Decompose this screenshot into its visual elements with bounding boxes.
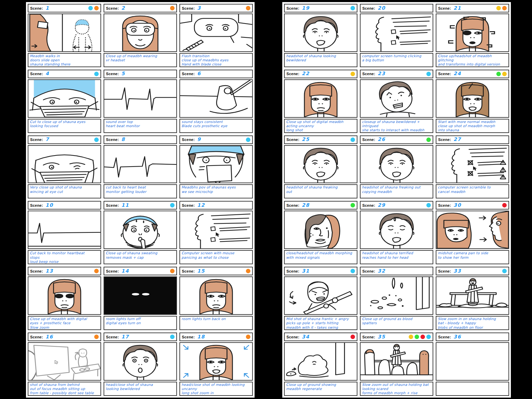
scene-drawing-ekg-2	[104, 145, 177, 184]
scene-number: 36	[453, 334, 461, 339]
orange-status-dot	[94, 269, 99, 273]
scene-header: Scene:12	[179, 201, 253, 210]
status-dots	[351, 335, 355, 339]
cyan-status-dot	[426, 72, 431, 76]
scene-caption: Meadbh walks in doors slide open shauna …	[28, 53, 101, 67]
scene-number: 13	[45, 268, 53, 274]
status-dots	[351, 138, 355, 142]
scene-drawing-meadbh-normal	[179, 276, 253, 315]
scene-label: Scene:	[30, 6, 43, 10]
scene-drawing-surgeon-pov	[179, 145, 253, 184]
scene-drawing-meadbh-brown	[436, 79, 509, 118]
scene-header: Scene:5	[104, 70, 177, 78]
scene-card: Scene:36	[436, 332, 509, 396]
scene-drawing-screen-choices	[360, 14, 433, 52]
scene-label: Scene:	[182, 203, 195, 207]
status-dots	[246, 335, 250, 339]
scene-caption: cut back to heart beat monitor getting l…	[104, 184, 177, 198]
scene-label: Scene:	[286, 72, 299, 76]
scene-caption: Close up shot of digital meadbh acting u…	[284, 119, 357, 133]
scene-caption: sound over top heart beat monitor	[104, 119, 177, 133]
scene-number: 2	[121, 5, 125, 11]
scene-card: Scene:9 Meadbhs pov of shaunas eyes we s…	[179, 135, 253, 199]
scene-header: Scene:18	[179, 332, 253, 341]
scene-card: Scene:25 headshot of shauna freaking out	[284, 135, 357, 199]
scene-drawing-shauna-swing	[284, 276, 357, 315]
scene-label: Scene:	[362, 269, 375, 273]
scene-card: Scene:26 headshot of shauna freaking out…	[360, 135, 433, 199]
storyboard-canvas: { "labels": { "scene_prefix": "Scene:" }…	[0, 0, 532, 399]
scene-drawing-shauna-intrigued	[360, 79, 433, 118]
scene-card: Scene:27 computer screen scramble to can…	[436, 135, 509, 199]
scene-header: Scene:27	[436, 135, 509, 144]
scene-number: 10	[45, 202, 53, 208]
status-dots	[351, 269, 355, 273]
scene-label: Scene:	[362, 203, 375, 207]
scene-card: Scene:10Cut back to monitor heartbeat st…	[28, 201, 101, 264]
scene-card: Scene:19 headshot of shauna looking bewi…	[284, 4, 357, 67]
status-dots	[170, 335, 175, 339]
scene-header: Scene:26	[360, 135, 433, 144]
scene-card: Scene:21 Close up/headshot of meadbh gli…	[436, 4, 509, 67]
scene-label: Scene:	[438, 203, 451, 207]
red-status-dot	[502, 203, 507, 207]
cyan-status-dot	[426, 335, 431, 339]
scene-number: 32	[378, 268, 385, 274]
scene-number: 31	[302, 268, 309, 274]
scene-caption: Slow zoom in on shauna holding bat - blo…	[436, 316, 509, 330]
scene-drawing-headset-blade	[179, 14, 253, 52]
scene-header: Scene:2	[104, 4, 177, 12]
orange-status-dot	[170, 6, 175, 10]
scene-caption: computer screen scramble to cancel meadb…	[436, 184, 509, 198]
scene-drawing-eye-cut	[179, 79, 253, 118]
scene-card: Scene:13 Close up of meadbh with digital…	[28, 267, 101, 330]
scene-header: Scene:8	[104, 135, 177, 144]
scene-drawing-shauna-frown	[284, 14, 357, 52]
scene-drawing-surgeon-focused	[28, 79, 101, 118]
scene-number: 19	[302, 5, 309, 11]
scene-number: 7	[45, 136, 49, 142]
scene-caption: Meadbhs pov of shaunas eyes we see micro…	[179, 184, 253, 198]
scene-card: Scene:29 headshot of shauna terrified re…	[360, 201, 433, 264]
scene-drawing-room-table	[28, 342, 101, 381]
scene-header: Scene:25	[284, 135, 357, 144]
scene-header: Scene:4	[28, 70, 101, 78]
scene-number: 11	[121, 202, 129, 208]
scene-caption: Very close up shot of shauna wincing at …	[28, 184, 101, 198]
scene-card: Scene:17 head/close shot of shauna looki…	[104, 332, 177, 396]
scene-number: 14	[121, 268, 129, 274]
scene-number: 17	[121, 334, 129, 339]
scene-caption: midshot camera pan to side to show her f…	[436, 250, 509, 264]
scene-caption: Computer screen with mouse panicing as w…	[179, 250, 253, 264]
scene-card: Scene:31 Mid shot of shauna frantic + an…	[284, 267, 357, 330]
scene-label: Scene:	[106, 335, 119, 339]
scene-drawing-meadbh-normal	[284, 79, 357, 118]
scene-label: Scene:	[438, 72, 451, 76]
scene-card: Scene:30 midshot camera pan to side to s…	[436, 201, 509, 264]
scene-label: Scene:	[30, 203, 43, 207]
scene-number: 12	[197, 202, 205, 208]
scene-label: Scene:	[106, 269, 119, 273]
scene-caption: Mid shot of shauna frantic + angry picks…	[284, 316, 357, 330]
cyan-status-dot	[502, 269, 507, 273]
status-dots	[246, 269, 250, 273]
cyan-status-dot	[170, 203, 175, 207]
scene-caption: Cut back to monitor heartbeat stops loud…	[28, 250, 101, 264]
scene-header: Scene:30	[436, 201, 509, 210]
scene-header: Scene:20	[360, 4, 433, 12]
scene-caption: headshot of shauna freaking out copying …	[360, 184, 433, 198]
green-status-dot	[415, 335, 419, 339]
scene-number: 30	[453, 202, 461, 208]
scene-header: Scene:11	[104, 201, 177, 210]
scene-drawing-vr-headset	[104, 14, 177, 52]
scene-label: Scene:	[438, 269, 451, 273]
status-dots	[88, 6, 99, 10]
scene-number: 3	[197, 5, 201, 11]
scene-card: Scene:24 Start with more normal meadbh c…	[436, 70, 509, 133]
scene-label: Scene:	[30, 269, 43, 273]
scene-header: Scene:29	[360, 201, 433, 210]
scene-number: 25	[302, 136, 309, 142]
scene-number: 20	[378, 5, 385, 11]
scene-caption: Close up/headshot of meadbh glitching an…	[436, 53, 509, 67]
cyan-status-dot	[351, 269, 355, 273]
